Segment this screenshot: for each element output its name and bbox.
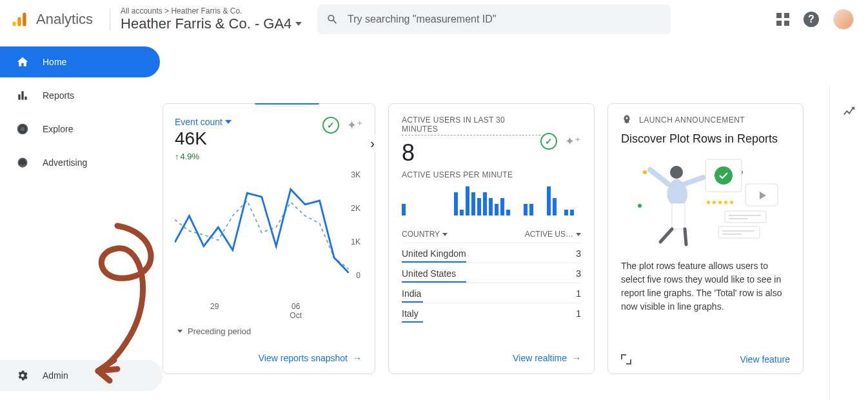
metric-value: 46K	[175, 128, 232, 149]
link-label: View feature	[740, 354, 790, 365]
arrow-right-icon: →	[572, 353, 581, 363]
eyebrow: LAUNCH ANNOUNCEMENT	[621, 114, 790, 126]
line-chart: 3K 2K 1K 0	[175, 170, 363, 299]
svg-point-11	[638, 204, 642, 208]
minute-bar	[564, 210, 568, 215]
table-row[interactable]: India1	[402, 283, 581, 303]
caret-down-icon	[576, 233, 581, 236]
selected-tab-indicator	[255, 103, 319, 105]
search-bar[interactable]	[317, 5, 671, 34]
overview-card: › Event count 46K 4.9% ✦⁺	[163, 103, 375, 374]
value-cell: 3	[576, 248, 581, 259]
realtime-card: ACTIVE USERS IN LAST 30 MINUTES 8 ✦⁺ ACT…	[388, 103, 595, 374]
svg-point-8	[18, 158, 26, 166]
comparison-selector[interactable]: Preceding period	[175, 320, 363, 343]
svg-rect-21	[722, 230, 755, 232]
minute-bar	[489, 198, 493, 215]
sidebar-item-reports[interactable]: Reports	[0, 80, 163, 111]
launch-card: LAUNCH ANNOUNCEMENT Discover Plot Rows i…	[607, 103, 804, 374]
gear-icon	[15, 368, 30, 383]
nav-label: Advertising	[43, 157, 87, 168]
check-circle-icon[interactable]	[322, 117, 339, 134]
table-row[interactable]: United Kingdom3	[402, 243, 581, 263]
advertising-icon	[15, 155, 30, 170]
value-cell: 1	[576, 288, 581, 299]
minute-bar	[547, 186, 551, 215]
minute-bar	[500, 198, 504, 215]
country-cell: India	[402, 288, 421, 299]
eyebrow-label: LAUNCH ANNOUNCEMENT	[639, 115, 745, 125]
svg-point-12	[643, 170, 647, 174]
minute-bar	[506, 210, 510, 215]
main-content: › Event count 46K 4.9% ✦⁺	[163, 39, 868, 400]
nav-label: Admin	[43, 370, 68, 381]
minute-bar	[524, 204, 528, 215]
svg-rect-2	[23, 13, 26, 26]
minute-bar	[553, 198, 557, 215]
rocket-icon	[621, 114, 633, 126]
minute-bar	[477, 198, 481, 215]
svg-rect-25	[672, 203, 685, 229]
country-cell: United Kingdom	[402, 248, 466, 259]
insights-icon[interactable]	[842, 105, 856, 400]
svg-point-14	[715, 166, 733, 185]
sidebar-item-explore[interactable]: Explore	[0, 114, 163, 145]
minute-bar	[471, 192, 475, 215]
caret-down-icon	[225, 120, 232, 124]
sidebar-item-admin[interactable]: Admin	[0, 360, 163, 391]
value-cell: 3	[576, 268, 581, 279]
property-selector[interactable]: All accounts > Heather Farris & Co. Heat…	[121, 6, 302, 32]
metric-delta: 4.9%	[175, 152, 232, 161]
y-tick: 3K	[351, 170, 360, 179]
x-tick: Oct	[290, 311, 302, 320]
col-active-users[interactable]: ACTIVE US…	[525, 230, 581, 239]
link-label: View realtime	[513, 353, 567, 363]
country-cell: United States	[402, 268, 456, 279]
svg-rect-0	[13, 22, 16, 26]
y-tick: 1K	[351, 237, 360, 246]
apps-icon[interactable]	[776, 13, 789, 26]
check-circle-icon[interactable]	[540, 133, 557, 150]
col-country[interactable]: COUNTRY	[402, 230, 448, 239]
logo-block: Analytics	[10, 10, 93, 28]
table-row[interactable]: Italy1	[402, 303, 581, 323]
svg-rect-22	[722, 234, 742, 235]
svg-rect-1	[17, 17, 21, 26]
realtime-subtitle: ACTIVE USERS PER MINUTE	[402, 170, 581, 179]
legend-label: Preceding period	[188, 326, 251, 336]
fullscreen-icon[interactable]	[621, 354, 631, 365]
caret-down-icon	[295, 22, 302, 26]
view-feature-link[interactable]: View feature	[740, 354, 790, 365]
sidebar: Home Reports Explore Advertising Admin	[0, 39, 163, 400]
view-realtime-link[interactable]: View realtime →	[513, 353, 581, 363]
caret-down-icon	[442, 233, 448, 236]
sparkle-icon[interactable]: ✦⁺	[347, 118, 363, 132]
metric-selector[interactable]: Event count	[175, 117, 232, 127]
svg-rect-3	[18, 94, 20, 99]
right-rail	[829, 85, 868, 400]
arrow-right-icon: →	[353, 353, 362, 363]
minute-bar	[529, 204, 533, 215]
avatar[interactable]	[833, 9, 854, 30]
x-tick: 29	[210, 302, 219, 320]
illustration: ★★★★★	[621, 150, 790, 253]
nav-label: Home	[43, 57, 66, 67]
sidebar-item-home[interactable]: Home	[0, 46, 160, 77]
minute-bar	[454, 192, 458, 215]
header: Analytics All accounts > Heather Farris …	[0, 0, 868, 39]
svg-rect-17	[725, 211, 766, 223]
svg-rect-5	[25, 97, 26, 100]
table-row[interactable]: United States3	[402, 263, 581, 283]
launch-title: Discover Plot Rows in Reports	[621, 132, 790, 146]
sidebar-item-advertising[interactable]: Advertising	[0, 147, 163, 178]
divider	[110, 8, 110, 30]
next-metric-button[interactable]: ›	[369, 135, 376, 152]
search-input[interactable]	[348, 14, 662, 25]
search-icon	[326, 13, 339, 26]
help-icon[interactable]: ?	[804, 12, 819, 27]
sparkle-icon[interactable]: ✦⁺	[565, 134, 581, 148]
nav-label: Explore	[43, 124, 73, 134]
view-reports-link[interactable]: View reports snapshot →	[259, 353, 362, 363]
property-name: Heather Farris & Co. - GA4	[121, 15, 291, 32]
explore-icon	[15, 122, 30, 136]
